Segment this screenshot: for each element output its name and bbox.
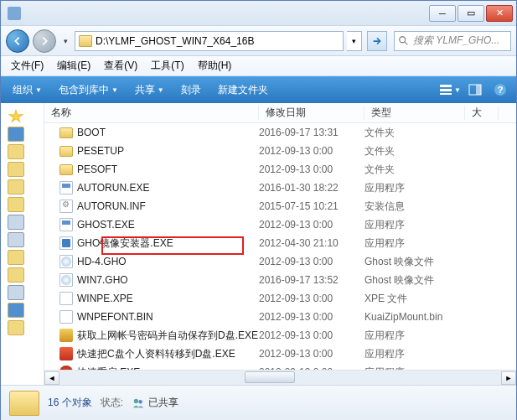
file-row[interactable]: PESETUP2012-09-13 0:00文件夹: [44, 142, 516, 160]
back-button[interactable]: [6, 29, 29, 53]
file-row[interactable]: GHO镜像安装器.EXE2012-04-30 21:10应用程序: [44, 234, 516, 252]
address-text: D:\YLMF_GHOST_WIN7_X64_16B: [96, 35, 254, 47]
cell-date: 2012-09-13 0:00: [259, 329, 364, 341]
chevron-down-icon: ▼: [454, 86, 461, 94]
minimize-button[interactable]: ─: [429, 5, 456, 22]
include-in-library-button[interactable]: 包含到库中▼: [52, 80, 125, 101]
cell-name: HD-4.GHO: [44, 255, 259, 268]
tree-item[interactable]: [8, 127, 24, 142]
forward-button[interactable]: [33, 29, 56, 53]
tree-item[interactable]: [8, 250, 24, 265]
tree-favorites[interactable]: [8, 109, 24, 124]
search-icon: [398, 35, 410, 47]
cell-type: Ghost 映像文件: [364, 255, 465, 269]
menu-edit[interactable]: 编辑(E): [50, 57, 97, 75]
file-row[interactable]: WINPE.XPE2012-09-13 0:00XPE 文件: [44, 289, 516, 308]
cell-date: 2012-09-13 0:00: [259, 163, 364, 175]
view-options-button[interactable]: ▼: [439, 80, 461, 99]
cell-name: 快速把C盘个人资料转移到D盘.EXE: [44, 347, 259, 361]
col-date[interactable]: 修改日期: [259, 106, 364, 120]
file-name: WINPE.XPE: [77, 293, 133, 304]
menu-tools[interactable]: 工具(T): [144, 57, 190, 75]
svg-rect-1: [440, 85, 452, 87]
help-button[interactable]: ?: [489, 80, 511, 99]
key-icon: [59, 329, 73, 342]
file-row[interactable]: AUTORUN.INF2015-07-15 10:21安装信息: [44, 197, 516, 215]
tree-item[interactable]: [8, 197, 24, 212]
svg-rect-2: [440, 89, 452, 91]
svg-rect-3: [440, 93, 452, 95]
file-name: PESETUP: [77, 145, 124, 157]
file-row[interactable]: GHOST.EXE2012-09-13 0:00应用程序: [44, 215, 516, 234]
chevron-down-icon: ▼: [158, 86, 164, 94]
object-count: 16 个对象: [48, 396, 92, 410]
file-row[interactable]: 快速把C盘个人资料转移到D盘.EXE2012-09-13 0:00应用程序: [44, 345, 516, 363]
view-icon: [439, 83, 452, 96]
nav-history-dropdown[interactable]: ▾: [59, 33, 71, 49]
titlebar[interactable]: ─ ▭ ✕: [1, 1, 516, 26]
close-button[interactable]: ✕: [486, 5, 513, 22]
pane-icon: [468, 83, 482, 96]
col-type[interactable]: 类型: [364, 106, 465, 120]
help-icon: ?: [494, 83, 507, 96]
tree-item[interactable]: [8, 215, 24, 230]
menu-view[interactable]: 查看(V): [97, 57, 144, 75]
share-with-button[interactable]: 共享▼: [128, 80, 171, 101]
cell-date: 2012-09-13 0:00: [259, 256, 364, 267]
cell-type: 应用程序: [364, 236, 465, 251]
address-dropdown[interactable]: ▾: [347, 31, 362, 51]
cell-date: 2016-09-17 13:31: [259, 127, 364, 138]
file-row[interactable]: BOOT2016-09-17 13:31文件夹: [44, 123, 516, 142]
tree-item[interactable]: [8, 144, 24, 159]
scroll-left-button[interactable]: ◄: [44, 371, 59, 385]
file-row[interactable]: PESOFT2012-09-13 0:00文件夹: [44, 160, 516, 179]
cell-type: XPE 文件: [364, 292, 465, 306]
tree-item[interactable]: [8, 179, 24, 194]
col-size[interactable]: 大: [465, 106, 499, 120]
refresh-button[interactable]: [367, 31, 387, 51]
cell-date: 2015-07-15 10:21: [259, 200, 364, 212]
cell-type: 文件夹: [364, 163, 465, 177]
organize-button[interactable]: 组织▼: [6, 80, 49, 101]
cell-date: 2016-09-17 13:52: [259, 274, 364, 286]
chevron-down-icon: ▼: [35, 86, 42, 94]
gho-icon: [59, 273, 73, 287]
preview-pane-button[interactable]: [464, 80, 486, 99]
file-row[interactable]: WIN7.GHO2016-09-17 13:52Ghost 映像文件: [44, 271, 516, 289]
scroll-thumb[interactable]: [245, 371, 295, 383]
search-box[interactable]: 搜索 YLMF_GHO...: [394, 31, 511, 51]
cell-name: PESETUP: [44, 145, 259, 157]
scroll-track[interactable]: [59, 371, 501, 385]
state-label: 状态:: [101, 396, 123, 410]
file-row[interactable]: 获取上网帐号密码并自动保存到D盘.EXE2012-09-13 0:00应用程序: [44, 326, 516, 345]
tree-item[interactable]: [8, 267, 24, 283]
menu-help[interactable]: 帮助(H): [191, 57, 239, 75]
file-name: 快速把C盘个人资料转移到D盘.EXE: [77, 347, 235, 361]
file-row[interactable]: AUTORUN.EXE2016-01-30 18:22应用程序: [44, 179, 516, 197]
cell-name: 获取上网帐号密码并自动保存到D盘.EXE: [44, 329, 259, 343]
scroll-right-button[interactable]: ►: [501, 371, 516, 385]
cell-type: 文件夹: [364, 144, 465, 158]
xpe-icon: [59, 292, 73, 305]
tree-item[interactable]: [8, 285, 24, 300]
tree-item[interactable]: [8, 232, 24, 247]
menu-file[interactable]: 文件(F): [4, 57, 50, 75]
file-row[interactable]: WNPEFONT.BIN2012-09-13 0:00KuaiZipMount.…: [44, 308, 516, 326]
arrow-right-icon: [39, 35, 50, 47]
file-list: 名称 修改日期 类型 大 BOOT2016-09-17 13:31文件夹PESE…: [44, 103, 516, 385]
tree-item[interactable]: [8, 320, 24, 335]
maximize-button[interactable]: ▭: [458, 5, 484, 22]
tree-item[interactable]: [8, 162, 24, 177]
address-bar[interactable]: D:\YLMF_GHOST_WIN7_X64_16B: [75, 31, 344, 51]
burn-button[interactable]: 刻录: [174, 80, 208, 101]
svg-text:?: ?: [498, 85, 504, 95]
fast-icon: [59, 347, 73, 360]
col-name[interactable]: 名称: [44, 106, 259, 120]
nav-tree[interactable]: [1, 103, 44, 385]
file-row[interactable]: HD-4.GHO2012-09-13 0:00Ghost 映像文件: [44, 252, 516, 271]
tree-item[interactable]: [8, 303, 24, 318]
people-icon: [132, 397, 145, 409]
new-folder-button[interactable]: 新建文件夹: [211, 80, 275, 101]
menu-bar: 文件(F) 编辑(E) 查看(V) 工具(T) 帮助(H): [1, 56, 516, 76]
explorer-window: ─ ▭ ✕ ▾ D:\YLMF_GHOST_WIN7_X64_16B ▾ 搜索 …: [0, 0, 517, 420]
